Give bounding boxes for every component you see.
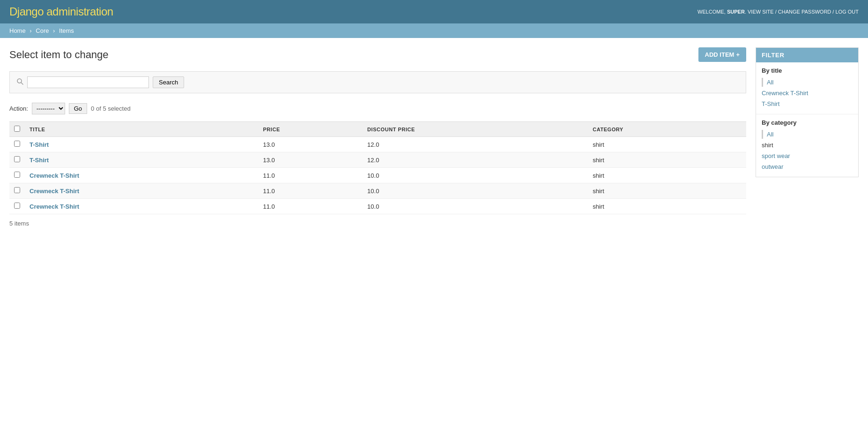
col-price: PRICE	[258, 122, 363, 137]
site-title: Django administration	[9, 5, 113, 18]
row-category-4: shirt	[588, 199, 746, 214]
row-title-0: T-Shirt	[25, 137, 258, 152]
sidebar: FILTER By title All Crewneck T-Shirt T-S…	[756, 47, 859, 227]
filter-title: FILTER	[756, 48, 858, 62]
col-category: CATEGORY	[588, 122, 746, 137]
row-discount-price-0: 12.0	[363, 137, 588, 152]
row-category-1: shirt	[588, 152, 746, 168]
filter-cat-shirt-text: shirt	[762, 141, 853, 150]
breadcrumb-sep-2: ›	[53, 27, 55, 34]
breadcrumb-home[interactable]: Home	[9, 27, 26, 34]
row-price-1: 13.0	[258, 152, 363, 168]
add-item-button[interactable]: ADD ITEM +	[698, 47, 746, 62]
header: Django administration WELCOME, SUPER. VI…	[0, 0, 868, 23]
breadcrumb-sep-1: ›	[30, 27, 31, 34]
selected-count: 0 of 5 selected	[91, 105, 131, 112]
row-checkbox-cell	[9, 183, 25, 199]
row-checkbox-1[interactable]	[14, 156, 20, 162]
row-category-3: shirt	[588, 183, 746, 199]
search-bar: Search	[9, 71, 746, 93]
breadcrumb-core[interactable]: Core	[36, 27, 49, 34]
row-category-2: shirt	[588, 168, 746, 183]
filter-cat-all: All	[762, 129, 853, 140]
page-title-row: Select item to change ADD ITEM +	[9, 47, 746, 62]
row-checkbox-cell	[9, 137, 25, 152]
table-row: T-Shirt 13.0 12.0 shirt	[9, 152, 746, 168]
col-title: TITLE	[25, 122, 258, 137]
row-checkbox-4[interactable]	[14, 203, 20, 209]
search-button[interactable]: Search	[153, 76, 184, 88]
row-checkbox-3[interactable]	[14, 187, 20, 193]
add-icon: +	[736, 51, 740, 58]
username: SUPER	[727, 9, 745, 15]
row-checkbox-cell	[9, 152, 25, 168]
filter-title-crewneck: Crewneck T-Shirt	[762, 88, 853, 98]
col-discount-price: DISCOUNT PRICE	[363, 122, 588, 137]
row-title-link-0[interactable]: T-Shirt	[30, 141, 49, 148]
select-all-checkbox[interactable]	[14, 126, 20, 132]
page-title: Select item to change	[9, 49, 109, 61]
filter-title-all: All	[762, 77, 853, 88]
filter-title-tshirt-link[interactable]: T-Shirt	[762, 99, 853, 108]
view-site-link[interactable]: VIEW SITE	[748, 9, 774, 15]
go-button[interactable]: Go	[69, 103, 87, 114]
select-all-col	[9, 122, 25, 137]
filter-by-category-heading: By category	[762, 119, 853, 126]
svg-point-0	[17, 79, 22, 83]
row-discount-price-1: 12.0	[363, 152, 588, 168]
filter-by-title-heading: By title	[762, 67, 853, 74]
table-header-row: TITLE PRICE DISCOUNT PRICE CATEGORY	[9, 122, 746, 137]
row-title-link-3[interactable]: Crewneck T-Shirt	[30, 188, 79, 195]
row-title-2: Crewneck T-Shirt	[25, 168, 258, 183]
row-title-4: Crewneck T-Shirt	[25, 199, 258, 214]
filter-title-crewneck-link[interactable]: Crewneck T-Shirt	[762, 89, 853, 98]
filter-category-list: All shirt sport wear outwear	[762, 129, 853, 172]
actions-row: Action: --------- Go 0 of 5 selected	[9, 100, 746, 117]
row-price-3: 11.0	[258, 183, 363, 199]
row-title-link-2[interactable]: Crewneck T-Shirt	[30, 172, 79, 179]
main-content: Select item to change ADD ITEM + Search …	[9, 47, 746, 227]
filter-title-list: All Crewneck T-Shirt T-Shirt	[762, 77, 853, 109]
row-checkbox-0[interactable]	[14, 141, 20, 147]
action-label: Action:	[9, 105, 28, 112]
row-discount-price-2: 10.0	[363, 168, 588, 183]
user-tools: WELCOME, SUPER. VIEW SITE / CHANGE PASSW…	[697, 9, 859, 15]
row-checkbox-cell	[9, 199, 25, 214]
change-password-link[interactable]: CHANGE PASSWORD	[778, 9, 831, 15]
row-title-3: Crewneck T-Shirt	[25, 183, 258, 199]
welcome-text: WELCOME,	[697, 9, 726, 15]
row-checkbox-2[interactable]	[14, 172, 20, 178]
items-count: 5 items	[9, 220, 746, 227]
log-out-link[interactable]: LOG OUT	[835, 9, 859, 15]
add-item-label: ADD ITEM	[705, 51, 734, 58]
filter-panel: FILTER By title All Crewneck T-Shirt T-S…	[756, 47, 859, 177]
breadcrumbs: Home › Core › Items	[0, 23, 868, 38]
filter-section-category: By category All shirt sport wear outwe	[756, 114, 858, 177]
filter-section-title: By title All Crewneck T-Shirt T-Shirt	[756, 62, 858, 114]
search-input[interactable]	[27, 76, 149, 88]
row-discount-price-3: 10.0	[363, 183, 588, 199]
filter-cat-shirt: shirt	[762, 140, 853, 151]
filter-cat-all-link[interactable]: All	[767, 130, 853, 139]
table-row: Crewneck T-Shirt 11.0 10.0 shirt	[9, 199, 746, 214]
row-title-link-4[interactable]: Crewneck T-Shirt	[30, 203, 79, 210]
table-body: T-Shirt 13.0 12.0 shirt T-Shirt 13.0 12.…	[9, 137, 746, 214]
table-row: Crewneck T-Shirt 11.0 10.0 shirt	[9, 168, 746, 183]
filter-cat-sportwear-link[interactable]: sport wear	[762, 151, 853, 160]
breadcrumb-current: Items	[59, 27, 74, 34]
filter-cat-sportwear: sport wear	[762, 151, 853, 161]
row-category-0: shirt	[588, 137, 746, 152]
filter-title-all-link[interactable]: All	[767, 78, 853, 87]
row-price-4: 11.0	[258, 199, 363, 214]
results-table: TITLE PRICE DISCOUNT PRICE CATEGORY T-Sh…	[9, 121, 746, 214]
row-price-0: 13.0	[258, 137, 363, 152]
filter-cat-outwear: outwear	[762, 161, 853, 172]
table-head: TITLE PRICE DISCOUNT PRICE CATEGORY	[9, 122, 746, 137]
filter-cat-outwear-link[interactable]: outwear	[762, 162, 853, 171]
row-title-1: T-Shirt	[25, 152, 258, 168]
filter-title-tshirt: T-Shirt	[762, 98, 853, 109]
action-select[interactable]: ---------	[32, 103, 65, 114]
row-discount-price-4: 10.0	[363, 199, 588, 214]
row-title-link-1[interactable]: T-Shirt	[30, 157, 49, 164]
row-checkbox-cell	[9, 168, 25, 183]
